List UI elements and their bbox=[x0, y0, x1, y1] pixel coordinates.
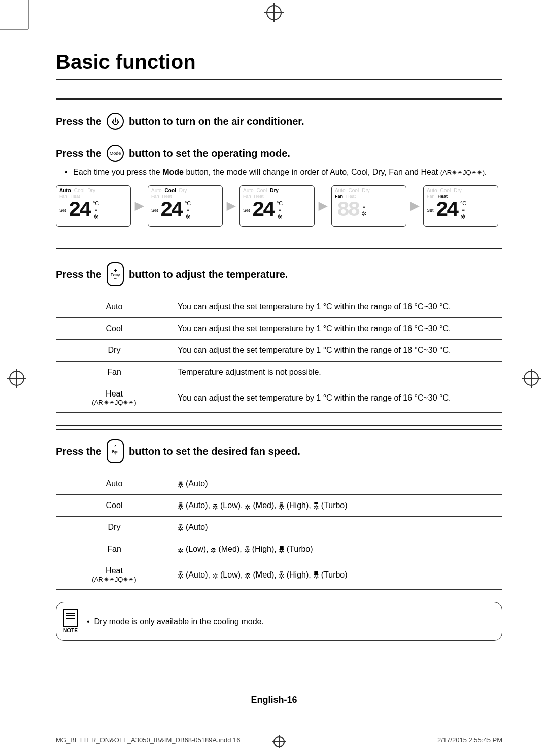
fan-speed-icon: ≡✲ bbox=[178, 571, 184, 578]
temperature-table: AutoYou can adjust the set temperature b… bbox=[56, 296, 502, 413]
table-row: Heat(AR✴✴JQ✴✴)≡✲ (Auto), ‒✲ (Low), =✲ (M… bbox=[56, 560, 502, 590]
fan-speed-icon: ≡✲ bbox=[279, 571, 285, 578]
registration-mark-bottom bbox=[273, 736, 285, 747]
title-rule bbox=[56, 79, 502, 80]
fan-speed-icon: ≡✲ bbox=[178, 481, 184, 487]
table-row: FanTemperature adjustment is not possibl… bbox=[56, 362, 502, 383]
print-footer: MG_BETTER_ON&OFF_A3050_IB&IM_DB68-05189A… bbox=[56, 736, 502, 744]
fan-speed-icon: ≡✲ bbox=[279, 502, 285, 509]
section-rule bbox=[56, 425, 502, 430]
step2-note-prefix: Each time you press the bbox=[73, 168, 162, 176]
step2-note-suffix: button, the mode will change in order of… bbox=[184, 168, 440, 176]
fan-speed-icon: ≣✲ bbox=[313, 502, 319, 509]
print-footer-left: MG_BETTER_ON&OFF_A3050_IB&IM_DB68-05189A… bbox=[56, 736, 240, 744]
arrow-icon: ▶ bbox=[227, 199, 235, 212]
step4-line: Press the ˄ Fan ˅ button to set the desi… bbox=[56, 430, 502, 469]
fan-speed-icon: =✲ bbox=[210, 546, 216, 553]
remote-display-cool: AutoCoolDryFanHeatSet24°C≡✲ bbox=[148, 185, 223, 227]
table-row: CoolYou can adjust the set temperature b… bbox=[56, 318, 502, 340]
note-box: NOTE • Dry mode is only available in the… bbox=[56, 602, 502, 641]
table-row: Cool≡✲ (Auto), ‒✲ (Low), =✲ (Med), ≡✲ (H… bbox=[56, 495, 502, 517]
step2-prefix: Press the bbox=[56, 148, 101, 159]
table-row: DryYou can adjust the set temperature by… bbox=[56, 340, 502, 362]
fan-speed-icon: ‒✲ bbox=[178, 546, 184, 553]
remote-display-fan: AutoCoolDryFanHeat88≡✲ bbox=[331, 185, 406, 227]
arrow-icon: ▶ bbox=[319, 199, 327, 212]
step3-suffix: button to adjust the temperature. bbox=[129, 269, 288, 280]
arrow-icon: ▶ bbox=[135, 199, 144, 212]
remote-display-auto: AutoCoolDryFanHeatSet24°C≡✲ bbox=[56, 185, 131, 227]
remote-display-dry: AutoCoolDryFanHeatSet24°C≡✲ bbox=[239, 185, 315, 227]
fan-speed-table: Auto≡✲ (Auto)Cool≡✲ (Auto), ‒✲ (Low), =✲… bbox=[56, 473, 502, 590]
step2-suffix: button to set the operating mode. bbox=[129, 148, 290, 159]
table-row: Auto≡✲ (Auto) bbox=[56, 473, 502, 495]
note-text: • Dry mode is only available in the cool… bbox=[87, 617, 264, 626]
print-footer-right: 2/17/2015 2:55:45 PM bbox=[437, 736, 502, 744]
table-row: AutoYou can adjust the set temperature b… bbox=[56, 296, 502, 318]
section-rule bbox=[56, 248, 502, 253]
table-row: Dry≡✲ (Auto) bbox=[56, 517, 502, 538]
step2-line: Press the Mode button to set the operati… bbox=[56, 135, 502, 167]
fan-speed-icon: ‒✲ bbox=[212, 502, 218, 509]
step1-prefix: Press the bbox=[56, 116, 101, 127]
section-rule bbox=[56, 98, 502, 103]
fan-speed-icon: =✲ bbox=[245, 571, 251, 578]
fan-speed-icon: =✲ bbox=[245, 502, 251, 509]
page-title: Basic function bbox=[56, 51, 502, 74]
note-icon: NOTE bbox=[63, 609, 78, 633]
page-footer: English-16 bbox=[0, 695, 548, 705]
step2-note-bold: Mode bbox=[162, 168, 184, 176]
fan-speed-icon: ≣✲ bbox=[313, 571, 319, 578]
step4-prefix: Press the bbox=[56, 446, 101, 457]
power-icon: ⏻ bbox=[107, 113, 124, 130]
mode-sequence: AutoCoolDryFanHeatSet24°C≡✲▶AutoCoolDryF… bbox=[56, 185, 502, 227]
step2-note-model: (AR✴✴JQ✴✴). bbox=[440, 169, 487, 176]
fan-speed-icon: ≡✲ bbox=[178, 524, 184, 531]
arrow-icon: ▶ bbox=[410, 199, 419, 212]
step3-line: Press the ＋ Temp − button to adjust the … bbox=[56, 253, 502, 292]
step1-suffix: button to turn on the air conditioner. bbox=[129, 116, 304, 127]
table-row: Fan‒✲ (Low), =✲ (Med), ≡✲ (High), ≣✲ (Tu… bbox=[56, 538, 502, 560]
temp-button-icon: ＋ Temp − bbox=[107, 262, 124, 286]
fan-speed-icon: ≣✲ bbox=[279, 546, 285, 553]
fan-speed-icon: ≡✲ bbox=[244, 546, 250, 553]
fan-speed-icon: ‒✲ bbox=[212, 571, 218, 578]
table-row: Heat(AR✴✴JQ✴✴)You can adjust the set tem… bbox=[56, 383, 502, 413]
step2-note: • Each time you press the Mode button, t… bbox=[56, 167, 502, 182]
step4-suffix: button to set the desired fan speed. bbox=[129, 446, 300, 457]
remote-display-heat: AutoCoolDryFanHeatSet24°C≡✲ bbox=[423, 185, 498, 227]
fan-speed-icon: ≡✲ bbox=[178, 502, 184, 509]
fan-button-icon: ˄ Fan ˅ bbox=[107, 439, 124, 463]
mode-icon: Mode bbox=[107, 145, 124, 162]
step1-line: Press the ⏻ button to turn on the air co… bbox=[56, 103, 502, 135]
step3-prefix: Press the bbox=[56, 269, 101, 280]
